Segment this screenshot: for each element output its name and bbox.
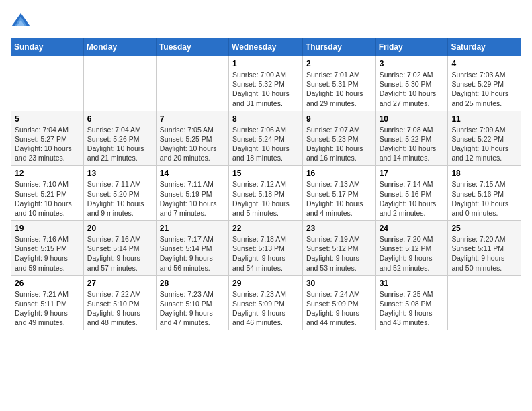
header [11, 11, 521, 31]
day-content: Sunrise: 7:12 AM Sunset: 5:18 PM Dayligh… [232, 179, 299, 218]
calendar-week-row: 5Sunrise: 7:04 AM Sunset: 5:27 PM Daylig… [11, 111, 521, 166]
day-number: 3 [380, 59, 445, 68]
calendar-cell: 20Sunrise: 7:16 AM Sunset: 5:14 PM Dayli… [83, 221, 156, 276]
calendar-week-row: 26Sunrise: 7:21 AM Sunset: 5:11 PM Dayli… [11, 275, 521, 330]
calendar-cell: 28Sunrise: 7:23 AM Sunset: 5:10 PM Dayli… [156, 275, 228, 330]
day-content: Sunrise: 7:17 AM Sunset: 5:14 PM Dayligh… [160, 234, 225, 273]
day-number: 9 [306, 114, 372, 124]
day-content: Sunrise: 7:20 AM Sunset: 5:11 PM Dayligh… [451, 234, 517, 273]
calendar-table: Sunday Monday Tuesday Wednesday Thursday… [11, 38, 521, 330]
day-content: Sunrise: 7:05 AM Sunset: 5:25 PM Dayligh… [160, 125, 225, 163]
day-number: 7 [160, 114, 225, 124]
calendar-cell: 2Sunrise: 7:01 AM Sunset: 5:31 PM Daylig… [302, 56, 375, 111]
day-content: Sunrise: 7:09 AM Sunset: 5:22 PM Dayligh… [451, 125, 517, 163]
calendar-cell: 6Sunrise: 7:04 AM Sunset: 5:26 PM Daylig… [83, 111, 156, 166]
calendar-cell [83, 56, 156, 111]
day-number: 30 [306, 279, 372, 288]
calendar-cell: 27Sunrise: 7:22 AM Sunset: 5:10 PM Dayli… [83, 275, 156, 330]
day-number: 27 [87, 279, 152, 288]
calendar-header-row: Sunday Monday Tuesday Wednesday Thursday… [11, 38, 521, 56]
day-content: Sunrise: 7:14 AM Sunset: 5:16 PM Dayligh… [380, 179, 445, 218]
calendar-cell: 8Sunrise: 7:06 AM Sunset: 5:24 PM Daylig… [229, 111, 303, 166]
day-number: 16 [306, 169, 372, 178]
col-thursday: Thursday [302, 38, 375, 56]
calendar-cell [11, 56, 84, 111]
calendar-cell: 24Sunrise: 7:20 AM Sunset: 5:12 PM Dayli… [375, 221, 448, 276]
day-content: Sunrise: 7:11 AM Sunset: 5:20 PM Dayligh… [87, 179, 152, 218]
calendar-cell: 25Sunrise: 7:20 AM Sunset: 5:11 PM Dayli… [448, 221, 521, 276]
day-number: 20 [87, 224, 152, 233]
calendar-cell: 5Sunrise: 7:04 AM Sunset: 5:27 PM Daylig… [11, 111, 84, 166]
day-content: Sunrise: 7:01 AM Sunset: 5:31 PM Dayligh… [306, 70, 372, 108]
calendar-cell: 23Sunrise: 7:19 AM Sunset: 5:12 PM Dayli… [302, 221, 375, 276]
day-content: Sunrise: 7:16 AM Sunset: 5:14 PM Dayligh… [87, 234, 152, 273]
calendar-cell: 14Sunrise: 7:11 AM Sunset: 5:19 PM Dayli… [156, 166, 228, 221]
day-content: Sunrise: 7:24 AM Sunset: 5:09 PM Dayligh… [306, 289, 372, 328]
day-content: Sunrise: 7:16 AM Sunset: 5:15 PM Dayligh… [15, 234, 80, 273]
day-number: 5 [15, 114, 80, 124]
calendar-cell: 3Sunrise: 7:02 AM Sunset: 5:30 PM Daylig… [375, 56, 448, 111]
calendar-cell: 21Sunrise: 7:17 AM Sunset: 5:14 PM Dayli… [156, 221, 228, 276]
calendar-cell [156, 56, 228, 111]
day-number: 19 [15, 224, 80, 233]
day-content: Sunrise: 7:06 AM Sunset: 5:24 PM Dayligh… [232, 125, 299, 163]
day-content: Sunrise: 7:25 AM Sunset: 5:08 PM Dayligh… [380, 289, 445, 328]
calendar-cell: 16Sunrise: 7:13 AM Sunset: 5:17 PM Dayli… [302, 166, 375, 221]
calendar-cell: 22Sunrise: 7:18 AM Sunset: 5:13 PM Dayli… [229, 221, 303, 276]
calendar-cell: 4Sunrise: 7:03 AM Sunset: 5:29 PM Daylig… [448, 56, 521, 111]
day-content: Sunrise: 7:07 AM Sunset: 5:23 PM Dayligh… [306, 125, 372, 163]
calendar-cell: 18Sunrise: 7:15 AM Sunset: 5:16 PM Dayli… [448, 166, 521, 221]
col-sunday: Sunday [11, 38, 84, 56]
col-saturday: Saturday [448, 38, 521, 56]
calendar-cell: 15Sunrise: 7:12 AM Sunset: 5:18 PM Dayli… [229, 166, 303, 221]
day-number: 10 [380, 114, 445, 124]
calendar-cell: 1Sunrise: 7:00 AM Sunset: 5:32 PM Daylig… [229, 56, 303, 111]
day-number: 25 [451, 224, 517, 233]
day-number: 18 [451, 169, 517, 178]
day-number: 26 [15, 279, 80, 288]
calendar-cell: 17Sunrise: 7:14 AM Sunset: 5:16 PM Dayli… [375, 166, 448, 221]
day-number: 6 [87, 114, 152, 124]
col-wednesday: Wednesday [229, 38, 303, 56]
day-number: 4 [451, 59, 517, 68]
day-number: 2 [306, 59, 372, 68]
day-number: 1 [232, 59, 299, 68]
day-content: Sunrise: 7:22 AM Sunset: 5:10 PM Dayligh… [87, 289, 152, 328]
day-number: 14 [160, 169, 225, 178]
calendar-cell: 12Sunrise: 7:10 AM Sunset: 5:21 PM Dayli… [11, 166, 84, 221]
day-content: Sunrise: 7:04 AM Sunset: 5:27 PM Dayligh… [15, 125, 80, 163]
calendar-cell: 19Sunrise: 7:16 AM Sunset: 5:15 PM Dayli… [11, 221, 84, 276]
logo [11, 11, 34, 31]
calendar-cell [448, 275, 521, 330]
calendar-cell: 31Sunrise: 7:25 AM Sunset: 5:08 PM Dayli… [375, 275, 448, 330]
day-content: Sunrise: 7:04 AM Sunset: 5:26 PM Dayligh… [87, 125, 152, 163]
day-content: Sunrise: 7:18 AM Sunset: 5:13 PM Dayligh… [232, 234, 299, 273]
day-number: 31 [380, 279, 445, 288]
day-content: Sunrise: 7:20 AM Sunset: 5:12 PM Dayligh… [380, 234, 445, 273]
day-number: 17 [380, 169, 445, 178]
day-content: Sunrise: 7:15 AM Sunset: 5:16 PM Dayligh… [451, 179, 517, 218]
day-content: Sunrise: 7:03 AM Sunset: 5:29 PM Dayligh… [451, 70, 517, 108]
day-number: 8 [232, 114, 299, 124]
calendar-cell: 29Sunrise: 7:23 AM Sunset: 5:09 PM Dayli… [229, 275, 303, 330]
calendar-cell: 10Sunrise: 7:08 AM Sunset: 5:22 PM Dayli… [375, 111, 448, 166]
calendar-cell: 9Sunrise: 7:07 AM Sunset: 5:23 PM Daylig… [302, 111, 375, 166]
calendar-cell: 7Sunrise: 7:05 AM Sunset: 5:25 PM Daylig… [156, 111, 228, 166]
col-tuesday: Tuesday [156, 38, 228, 56]
col-friday: Friday [375, 38, 448, 56]
day-content: Sunrise: 7:11 AM Sunset: 5:19 PM Dayligh… [160, 179, 225, 218]
day-number: 28 [160, 279, 225, 288]
day-content: Sunrise: 7:00 AM Sunset: 5:32 PM Dayligh… [232, 70, 299, 108]
day-number: 22 [232, 224, 299, 233]
day-number: 12 [15, 169, 80, 178]
calendar-page: Sunday Monday Tuesday Wednesday Thursday… [0, 0, 532, 341]
logo-icon [11, 11, 31, 31]
day-number: 29 [232, 279, 299, 288]
col-monday: Monday [83, 38, 156, 56]
calendar-cell: 26Sunrise: 7:21 AM Sunset: 5:11 PM Dayli… [11, 275, 84, 330]
day-content: Sunrise: 7:13 AM Sunset: 5:17 PM Dayligh… [306, 179, 372, 218]
calendar-cell: 11Sunrise: 7:09 AM Sunset: 5:22 PM Dayli… [448, 111, 521, 166]
day-content: Sunrise: 7:19 AM Sunset: 5:12 PM Dayligh… [306, 234, 372, 273]
day-number: 15 [232, 169, 299, 178]
calendar-cell: 30Sunrise: 7:24 AM Sunset: 5:09 PM Dayli… [302, 275, 375, 330]
